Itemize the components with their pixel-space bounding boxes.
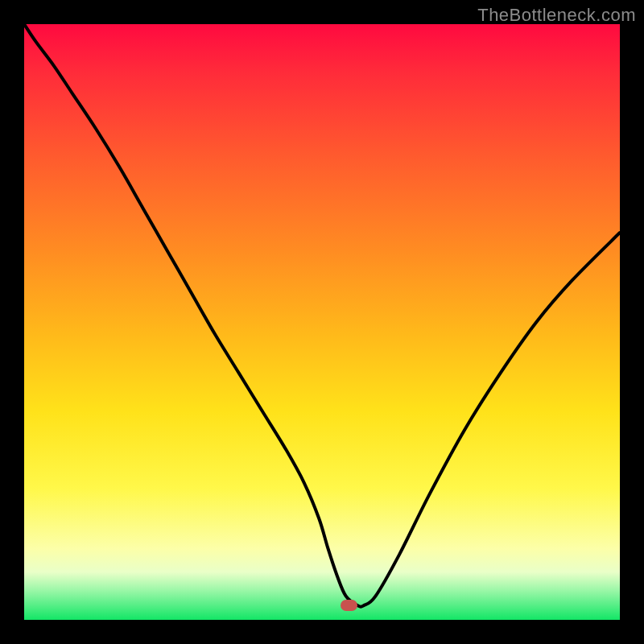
heat-gradient-background bbox=[24, 24, 620, 620]
plot-area bbox=[24, 24, 620, 620]
chart-frame: TheBottleneck.com bbox=[0, 0, 644, 644]
watermark-text: TheBottleneck.com bbox=[477, 5, 636, 26]
